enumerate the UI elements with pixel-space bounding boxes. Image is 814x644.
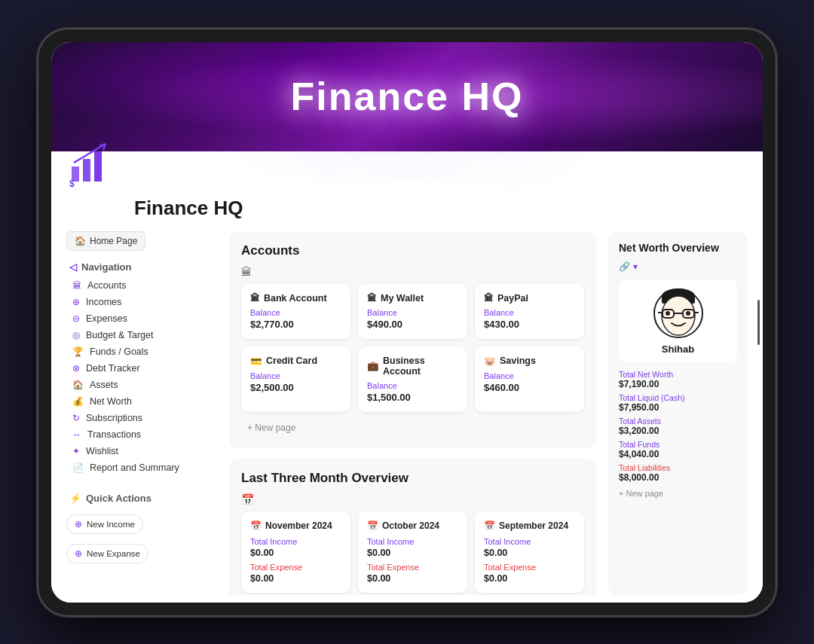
new-expanse-button[interactable]: ⊕ New Expanse (66, 544, 148, 563)
business-icon: 💼 (367, 360, 379, 371)
accounts-icon: 🏛 (72, 280, 81, 291)
new-income-icon: ⊕ (75, 519, 82, 530)
account-card-bank[interactable]: 🏛 Bank Account Balance $2,770.00 (241, 284, 350, 339)
savings-icon: 🐷 (484, 356, 496, 367)
subscriptions-icon: ↻ (72, 413, 80, 423)
account-card-business[interactable]: 💼 Business Account Balance $1,500.00 (358, 346, 467, 412)
chain-icon: 🔗 (619, 261, 630, 272)
expenses-icon: ⊖ (72, 313, 80, 324)
nw-link-icon[interactable]: 🔗 ▾ (619, 261, 737, 272)
sidebar-item-expenses[interactable]: ⊖ Expenses (66, 310, 217, 327)
wishlist-icon: ✦ (72, 446, 80, 456)
new-income-button[interactable]: ⊕ New Income (66, 514, 143, 534)
nw-stat-4: Total Liabilities $8,000.00 (619, 463, 737, 483)
assets-icon: 🏠 (72, 380, 84, 390)
calendar-icon: 📅 (241, 493, 584, 505)
sep-cal-icon: 📅 (484, 520, 495, 531)
debt-icon: ⊗ (72, 363, 80, 374)
monthly-overview-section: Last Three Month Overview 📅 📅 November 2… (229, 459, 596, 595)
sidebar-item-accounts[interactable]: 🏛 Accounts (66, 277, 217, 294)
page-title-area: $ Finance HQ (51, 151, 763, 231)
right-panel: Net Worth Overview 🔗 ▾ (608, 231, 748, 595)
monthly-grid: 📅 November 2024 Total Income $0.00 Total… (241, 511, 584, 593)
sidebar-item-wishlist[interactable]: ✦ Wishlist (66, 443, 217, 459)
nw-stat-1: Total Liquid (Cash) $7,950.00 (619, 393, 737, 413)
user-name: Shihab (662, 343, 694, 355)
transactions-icon: ↔ (72, 429, 81, 440)
svg-text:$: $ (69, 179, 75, 189)
sidebar-item-subscriptions[interactable]: ↻ Subscriptions (66, 410, 217, 426)
nov-cal-icon: 📅 (250, 520, 262, 531)
tablet-screen: Finance HQ $ (51, 42, 763, 603)
account-name-wallet: 🏛 My Wallet (367, 293, 458, 304)
nw-new-page-button[interactable]: + New page (619, 489, 737, 498)
home-icon: 🏠 (75, 236, 86, 246)
sidebar-item-transactions[interactable]: ↔ Transactions (66, 426, 217, 443)
tablet-scroll-indicator (757, 300, 760, 345)
account-name-savings: 🐷 Savings (484, 356, 575, 367)
svg-rect-2 (94, 151, 102, 182)
wallet-icon: 🏛 (367, 293, 377, 304)
avatar (652, 287, 705, 340)
home-page-button[interactable]: 🏠 Home Page (66, 231, 145, 251)
svg-point-14 (686, 311, 690, 316)
accounts-grid: 🏛 Bank Account Balance $2,770.00 🏛 My Wa… (241, 284, 584, 412)
quick-actions-section: ⚡ Quick Actions (66, 488, 217, 508)
svg-point-13 (666, 311, 670, 316)
account-card-credit[interactable]: 💳 Credit Card Balance $2,500.00 (241, 346, 350, 412)
sidebar-item-budget[interactable]: ◎ Budget & Target (66, 327, 217, 343)
net-worth-title: Net Worth Overview (619, 242, 737, 254)
account-card-paypal[interactable]: 🏛 PayPal Balance $430.00 (475, 284, 584, 339)
body-layout: 🏠 Home Page ◁ Navigation 🏛 Accounts (51, 231, 763, 603)
accounts-title: Accounts (241, 243, 584, 258)
accounts-new-page-button[interactable]: + New page (241, 420, 584, 436)
bank-icon: 🏛 (250, 293, 260, 304)
nw-stat-0: Total Net Worth $7,190.00 (619, 370, 737, 389)
nw-stat-2: Total Assets $3,200.00 (619, 417, 737, 436)
sidebar-item-debt[interactable]: ⊗ Debt Tracker (66, 360, 217, 377)
nav-section-title: ◁ Navigation (66, 257, 217, 277)
month-card-september: 📅 September 2024 Total Income $0.00 Tota… (475, 511, 584, 593)
month-card-october: 📅 October 2024 Total Income $0.00 Total … (358, 511, 467, 593)
september-title: 📅 September 2024 (484, 520, 575, 531)
paypal-icon: 🏛 (484, 293, 494, 304)
net-worth-icon: 💰 (72, 396, 84, 407)
november-title: 📅 November 2024 (250, 520, 341, 531)
month-card-november: 📅 November 2024 Total Income $0.00 Total… (241, 511, 350, 593)
account-card-wallet[interactable]: 🏛 My Wallet Balance $490.00 (358, 284, 467, 339)
credit-icon: 💳 (250, 356, 262, 367)
page-title: Finance HQ (134, 197, 740, 220)
monthly-overview-title: Last Three Month Overview (241, 471, 584, 486)
account-name-credit: 💳 Credit Card (250, 356, 341, 367)
header-title: Finance HQ (291, 74, 524, 119)
new-expanse-icon: ⊕ (75, 548, 82, 559)
logo-icon: $ (68, 151, 117, 189)
oct-cal-icon: 📅 (367, 520, 378, 531)
report-icon: 📄 (72, 462, 84, 473)
lightning-icon: ⚡ (69, 493, 81, 504)
account-name-business: 💼 Business Account (367, 356, 458, 377)
nav-arrow-icon: ◁ (69, 261, 77, 273)
sidebar: 🏠 Home Page ◁ Navigation 🏛 Accounts (66, 231, 217, 595)
sidebar-item-net-worth[interactable]: 💰 Net Worth (66, 393, 217, 410)
avatar-container: Shihab (619, 279, 737, 362)
sidebar-item-assets[interactable]: 🏠 Assets (66, 377, 217, 393)
svg-point-7 (662, 296, 695, 335)
sidebar-item-funds[interactable]: 🏆 Funds / Goals (66, 343, 217, 360)
incomes-icon: ⊕ (72, 297, 80, 307)
sidebar-item-incomes[interactable]: ⊕ Incomes (66, 294, 217, 310)
account-name-paypal: 🏛 PayPal (484, 293, 575, 304)
main-content: $ Finance HQ 🏠 Home Page ◁ Navigation (51, 151, 763, 603)
budget-icon: ◎ (72, 330, 80, 340)
accounts-bank-icon: 🏛 (241, 266, 584, 278)
october-title: 📅 October 2024 (367, 520, 458, 531)
home-page-label: Home Page (90, 236, 137, 246)
account-name-bank: 🏛 Bank Account (250, 293, 341, 304)
sidebar-item-report[interactable]: 📄 Report and Summary (66, 459, 217, 476)
middle-panel: Accounts 🏛 🏛 Bank Account Balance $2,770… (229, 231, 596, 595)
net-worth-panel: Net Worth Overview 🔗 ▾ (608, 231, 748, 595)
nav-section: ◁ Navigation 🏛 Accounts ⊕ Incomes ⊖ (66, 257, 217, 476)
account-card-savings[interactable]: 🐷 Savings Balance $460.00 (475, 346, 584, 412)
nw-stat-3: Total Funds $4,040.00 (619, 440, 737, 459)
funds-icon: 🏆 (72, 346, 84, 357)
